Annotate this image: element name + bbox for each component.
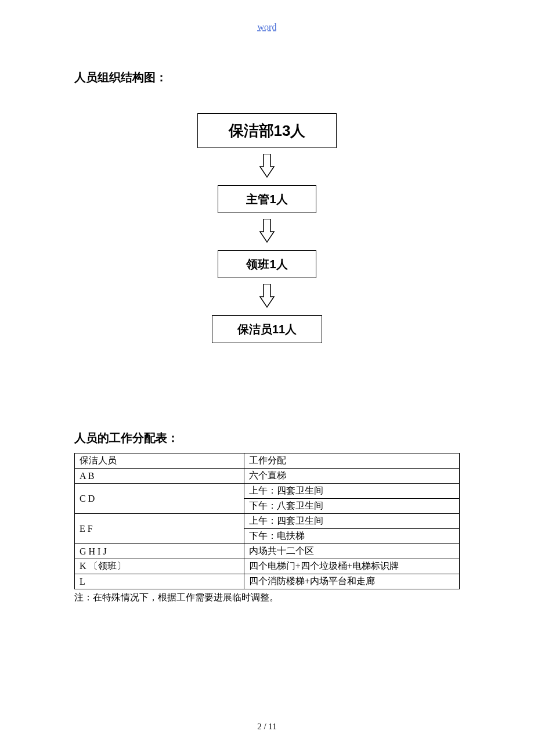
org-box-cleaners: 保洁员11人 xyxy=(212,315,322,343)
svg-marker-8 xyxy=(260,297,274,307)
svg-marker-2 xyxy=(260,167,274,177)
table-cell: 四个电梯门+四个垃圾桶+电梯标识牌 xyxy=(244,559,459,574)
org-chart-title: 人员组织结构图： xyxy=(74,70,460,85)
table-note: 注：在特殊情况下，根据工作需要进展临时调整。 xyxy=(74,592,460,604)
org-chart: 保洁部13人 主管1人 领班1人 保洁员11人 xyxy=(74,113,460,343)
header-link[interactable]: word xyxy=(0,22,534,33)
svg-rect-7 xyxy=(264,284,270,297)
table-cell: A B xyxy=(75,469,244,484)
table-row: E F 上午：四套卫生间 xyxy=(75,514,460,529)
table-cell: 上午：四套卫生间 xyxy=(244,514,459,529)
svg-rect-4 xyxy=(264,219,270,232)
table-cell: 内场共十二个区 xyxy=(244,544,459,559)
work-assignment-table: 保洁人员 工作分配 A B 六个直梯 C D 上午：四套卫生间 下午：八套卫生间… xyxy=(74,453,460,589)
svg-rect-9 xyxy=(264,296,270,297)
table-row: K 〔领班〕 四个电梯门+四个垃圾桶+电梯标识牌 xyxy=(75,559,460,574)
table-header-cell: 保洁人员 xyxy=(75,453,244,469)
arrow-down-icon xyxy=(257,154,277,179)
table-cell: G H I J xyxy=(75,544,244,559)
org-box-department: 保洁部13人 xyxy=(197,113,337,148)
svg-rect-6 xyxy=(264,231,270,232)
arrow-down-icon xyxy=(257,219,277,244)
table-cell: C D xyxy=(75,484,244,514)
org-box-supervisor: 主管1人 xyxy=(218,185,316,213)
org-box-foreman: 领班1人 xyxy=(218,250,316,278)
page-content: 人员组织结构图： 保洁部13人 主管1人 领班1人 xyxy=(74,70,460,604)
svg-rect-0 xyxy=(264,154,270,167)
table-row: L 四个消防楼梯+内场平台和走廊 xyxy=(75,574,460,589)
table-row: G H I J 内场共十二个区 xyxy=(75,544,460,559)
page-number: 2 / 11 xyxy=(0,722,534,732)
table-cell: 四个消防楼梯+内场平台和走廊 xyxy=(244,574,459,589)
work-table-title: 人员的工作分配表： xyxy=(74,430,460,446)
table-header-cell: 工作分配 xyxy=(244,453,459,469)
svg-marker-5 xyxy=(260,232,274,242)
table-row: 保洁人员 工作分配 xyxy=(75,453,460,469)
table-cell: K 〔领班〕 xyxy=(75,559,244,574)
table-cell: L xyxy=(75,574,244,589)
svg-rect-3 xyxy=(264,165,270,167)
table-cell: 上午：四套卫生间 xyxy=(244,484,459,499)
table-cell: E F xyxy=(75,514,244,544)
table-cell: 下午：电扶梯 xyxy=(244,529,459,544)
table-cell: 六个直梯 xyxy=(244,469,459,484)
table-row: A B 六个直梯 xyxy=(75,469,460,484)
table-row: C D 上午：四套卫生间 xyxy=(75,484,460,499)
arrow-down-icon xyxy=(257,284,277,309)
table-cell: 下午：八套卫生间 xyxy=(244,499,459,514)
